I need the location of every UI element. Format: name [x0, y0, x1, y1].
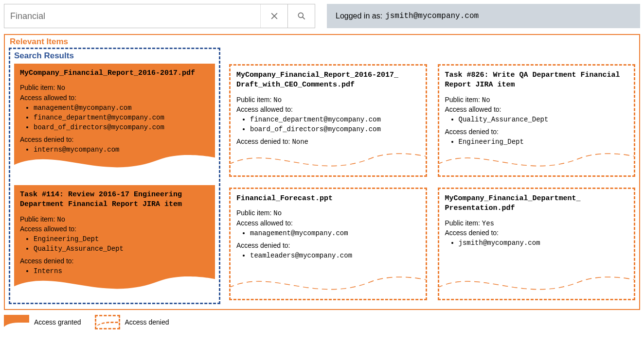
search-icon — [297, 11, 306, 21]
allowed-item: Quality_Assurance_Dept — [34, 244, 209, 254]
card-title: MyCompany_Financial_Department_ Presenta… — [445, 194, 628, 214]
allowed-label: Access allowed to: — [20, 93, 209, 103]
legend-denied-label: Access denied — [125, 318, 169, 326]
search-results-title: Search Results — [14, 51, 215, 61]
card-title: Financial_Forecast.ppt — [236, 194, 420, 204]
allowed-item: Quality_Assurance_Dept — [459, 115, 628, 124]
public-value: No — [273, 96, 282, 104]
denied-item: Engineering_Dept — [459, 138, 628, 147]
card-title: MyCompany_Financial_Report_2016-2017.pdf — [20, 69, 209, 78]
allowed-list: management@mycompany.comfinance_departme… — [20, 103, 209, 132]
denied-item: interns@mycompany.com — [34, 145, 209, 155]
login-banner: Logged in as: jsmith@mycompany.com — [327, 4, 640, 28]
legend-granted: Access granted — [4, 315, 81, 329]
public-label: Public item: — [236, 209, 271, 217]
allowed-label: Access allowed to: — [445, 105, 628, 114]
denied-list: jsmith@mycompany.com — [445, 239, 628, 248]
allowed-list: Quality_Assurance_Dept — [445, 115, 628, 124]
denied-item: teamleaders@mycompany.com — [250, 251, 420, 260]
denied-label: Access denied to: — [445, 228, 628, 238]
allowed-item: board_of_directors@mycompany.com — [250, 125, 420, 134]
denied-item: jsmith@mycompany.com — [459, 239, 628, 248]
public-label: Public item: — [20, 84, 55, 91]
allowed-list: management@mycompany.com — [236, 229, 420, 238]
clear-search-button[interactable] — [260, 4, 287, 28]
card-title: Task #826: Write QA Department Financial… — [445, 70, 628, 90]
denied-label: Access denied to: — [20, 257, 209, 266]
svg-point-0 — [298, 13, 303, 17]
allowed-item: finance_department@mycompany.com — [34, 113, 209, 122]
search-results-box: Search Results MyCompany_Financial_Repor… — [9, 48, 220, 304]
card-title: Task #114: Review 2016-17 Engineering De… — [20, 190, 209, 210]
allowed-item: finance_department@mycompany.com — [250, 115, 420, 124]
public-label: Public item: — [445, 96, 480, 103]
legend: Access granted Access denied — [4, 315, 640, 329]
denied-label: Access denied to: — [236, 138, 290, 145]
public-value: No — [273, 209, 282, 217]
search-box — [4, 4, 315, 28]
result-card[interactable]: Financial_Forecast.pptPublic item: NoAcc… — [229, 188, 427, 300]
panel-title: Relevant Items — [10, 37, 635, 47]
result-card[interactable]: MyCompany_Financial_Report_2016-2017_ Dr… — [229, 64, 427, 177]
denied-list: interns@mycompany.com — [20, 145, 209, 155]
search-button[interactable] — [287, 4, 315, 28]
allowed-item: board_of_directors@mycompany.com — [34, 123, 209, 132]
card-title: MyCompany_Financial_Report_2016-2017_ Dr… — [236, 70, 420, 90]
login-user: jsmith@mycompany.com — [385, 12, 479, 20]
denied-list: Interns — [20, 267, 209, 276]
allowed-list: Engineering_DeptQuality_Assurance_Dept — [20, 235, 209, 254]
close-icon — [269, 11, 279, 21]
result-card[interactable]: Task #114: Review 2016-17 Engineering De… — [14, 185, 215, 298]
allowed-label: Access allowed to: — [20, 224, 209, 234]
allowed-item: management@mycompany.com — [250, 229, 420, 238]
legend-granted-swatch — [4, 315, 29, 329]
public-label: Public item: — [20, 215, 55, 223]
public-label: Public item: — [236, 96, 271, 103]
allowed-item: management@mycompany.com — [34, 103, 209, 113]
denied-item: Interns — [34, 267, 209, 276]
denied-label: Access denied to: — [20, 135, 209, 144]
denied-label: Access denied to: — [236, 241, 420, 250]
denied-list: Engineering_Dept — [445, 138, 628, 147]
legend-denied-swatch — [95, 315, 120, 329]
legend-denied: Access denied — [95, 315, 169, 329]
result-card[interactable]: Task #826: Write QA Department Financial… — [438, 64, 636, 177]
search-input[interactable] — [4, 4, 260, 28]
public-label: Public item: — [445, 219, 480, 227]
relevant-items-panel: Relevant Items Search Results MyCompany_… — [4, 34, 640, 310]
result-card[interactable]: MyCompany_Financial_Report_2016-2017.pdf… — [14, 64, 215, 176]
denied-value: None — [292, 138, 308, 146]
legend-granted-label: Access granted — [34, 318, 81, 326]
allowed-item: Engineering_Dept — [34, 235, 209, 244]
allowed-list: finance_department@mycompany.comboard_of… — [236, 115, 420, 134]
public-value: No — [482, 96, 490, 104]
public-value: No — [57, 216, 65, 223]
result-card[interactable]: MyCompany_Financial_Department_ Presenta… — [438, 188, 636, 300]
denied-list: teamleaders@mycompany.com — [236, 251, 420, 260]
public-value: Yes — [482, 220, 494, 227]
allowed-label: Access allowed to: — [236, 219, 420, 228]
public-value: No — [57, 84, 65, 92]
denied-label: Access denied to: — [445, 127, 628, 137]
login-prefix: Logged in as: — [336, 12, 382, 20]
allowed-label: Access allowed to: — [236, 105, 420, 114]
